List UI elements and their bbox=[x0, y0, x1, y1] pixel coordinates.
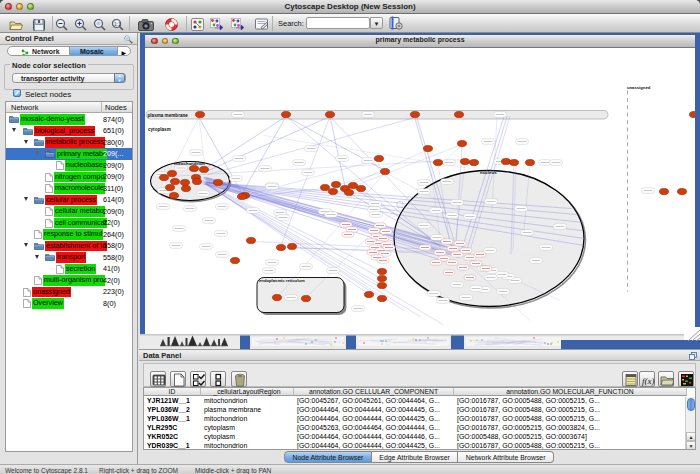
svg-text:cytoplasm: cytoplasm bbox=[148, 127, 171, 132]
svg-text:endoplasmic reticulum: endoplasmic reticulum bbox=[259, 278, 305, 283]
svg-text:nucleus: nucleus bbox=[480, 170, 497, 175]
svg-text:mitochondrion: mitochondrion bbox=[174, 160, 205, 165]
svg-text:f(x): f(x) bbox=[642, 375, 655, 385]
svg-text:unassigned: unassigned bbox=[627, 84, 651, 89]
svg-text:1:1: 1:1 bbox=[114, 21, 121, 27]
svg-text:plasma membrane: plasma membrane bbox=[148, 112, 189, 117]
